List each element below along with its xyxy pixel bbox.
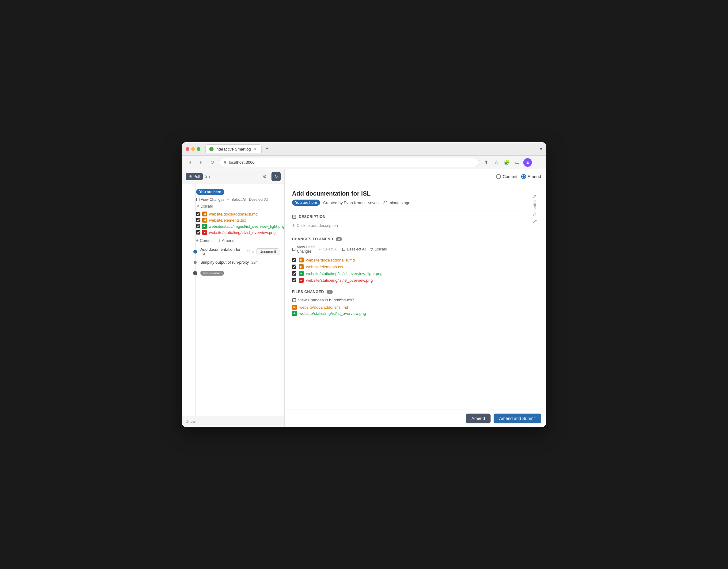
view-changes-in-commit-icon [292,298,296,302]
share-icon[interactable]: ⬆ [482,158,490,167]
commit-info-sidebar-content: Commit Info [533,195,537,225]
right-filename-2[interactable]: website/elements.tsx [306,264,343,269]
new-tab-button[interactable]: + [263,145,271,153]
files-changed-name-2[interactable]: website/static/img/isl/isl_overview.png [299,311,366,316]
menu-icon[interactable]: ⋮ [534,158,542,167]
svg-rect-4 [293,248,295,251]
select-all-right-text: Select All [323,247,338,251]
amend-and-submit-button[interactable]: Amend and Submit [494,414,541,423]
right-file-checkbox-4[interactable] [292,278,296,282]
commit-dot-gray [194,261,197,264]
commit-row-2: Simplify output of run-proxy 22m [182,258,284,266]
discard-right-icon [370,247,373,251]
add-description-text: Click to add description [297,223,338,228]
files-changed-section: FILES CHANGED 2 View Changes in b3ddd5fd… [292,290,526,317]
back-button[interactable] [186,158,194,167]
right-file-checkbox-1[interactable] [292,258,296,262]
right-filename-4[interactable]: website/static/img/isl/isl_overview.png [306,278,373,282]
edit-icon[interactable] [533,219,537,225]
discard-right-link[interactable]: Discard [370,247,387,251]
right-footer: Amend Amend and Submit [285,410,546,427]
modified-icon: M [202,218,207,222]
right-list-item-2: M website/elements.tsx [292,263,526,270]
select-all-right-icon [318,247,322,251]
amend-button[interactable]: Amend [466,414,491,423]
tab-close-button[interactable]: × [253,146,258,151]
right-list-item-3: + website/static/img/isl/isl_overview_li… [292,270,526,277]
url-bar[interactable]: localhost:3000 [219,158,479,167]
view-changes-link[interactable]: View Changes [196,197,224,202]
view-changes-in-commit-link[interactable]: View Changes in b3ddd5fd9c97 [292,298,526,302]
you-are-here-right: You are here [292,199,320,206]
view-changes-icon [196,198,200,201]
forward-button[interactable] [197,158,205,167]
filename-4[interactable]: website/static/img/isl/isl_overview.png [209,230,275,235]
commit-radio-label: Commit [502,174,517,179]
toolbar-time: 2h [205,174,210,179]
svg-point-0 [225,163,225,163]
refresh-button[interactable]: ↻ [271,172,281,181]
right-filename-3[interactable]: website/static/img/isl/isl_overview_ligh… [306,271,382,276]
amend-action[interactable]: ↓ Amend [218,238,234,243]
files-changed-item-2: + website/static/img/isl/isl_overview.pn… [292,310,526,317]
add-description-button[interactable]: + Click to add description [292,222,526,228]
file-checkbox-3[interactable] [196,224,200,228]
filename-2[interactable]: website/elements.tsx [209,218,246,222]
bookmark-icon[interactable]: ☆ [492,158,501,167]
select-all-link[interactable]: Select All [227,197,246,202]
amend-radio-option[interactable]: Amend [521,174,541,179]
right-filename-1[interactable]: website/docs/addons/isl.md [306,258,355,262]
browser-actions: ⬆ ☆ 🧩 ▭ E ⋮ [482,158,542,167]
settings-icon[interactable]: ⚙ [260,172,269,181]
list-item: M website/docs/addons/isl.md [196,211,279,217]
svg-rect-6 [293,298,296,302]
description-label: DESCRIPTION [299,214,326,219]
file-checkbox-4[interactable] [196,230,200,234]
file-checkbox-2[interactable] [196,218,200,222]
active-tab[interactable]: 🌿 Interactive Smartlog × [205,144,262,153]
commit-row-1: Add documentation for ISL 22m Uncommit [182,245,284,258]
view-head-changes-link[interactable]: View HeadChanges [292,245,315,253]
left-toolbar: Pull 2h ⚙ ↻ [182,169,284,184]
maximize-button[interactable] [197,147,200,151]
minimize-button[interactable] [191,147,195,151]
sidebar-icon[interactable]: ▭ [513,158,521,167]
list-item: + website/static/img/isl/isl_overview_li… [196,223,279,229]
file-checkbox-1[interactable] [196,212,200,216]
files-changed-added-icon: + [292,311,297,316]
url-text: localhost:3000 [229,160,255,165]
commit-action[interactable]: + Commit [196,238,214,243]
right-content: Add documentation for ISL You are here C… [285,184,546,410]
commit-time-2: 22m [251,260,258,264]
window-chevron-icon: ▾ [540,146,542,152]
filename-1[interactable]: website/docs/addons/isl.md [209,212,258,216]
commit-radio-option[interactable]: Commit [496,174,517,179]
extensions-icon[interactable]: 🧩 [502,158,511,167]
user-avatar[interactable]: E [523,158,532,167]
divider-1 [292,210,526,211]
commit-info-sidebar-label: Commit Info [533,195,537,216]
deselect-all-link[interactable]: Deselect All [249,197,268,202]
discard-link[interactable]: Discard [196,204,213,208]
window-controls: ▾ [540,146,542,152]
remote-badge: remote/main [200,271,224,275]
uncommit-button[interactable]: Uncommit [256,248,279,255]
list-item: − website/static/img/isl/isl_overview.pn… [196,229,279,235]
timeline-area: You are here View Changes Select All [182,184,284,416]
right-file-checkbox-3[interactable] [292,271,296,275]
tab-title: Interactive Smartlog [215,147,251,151]
remote-dot [193,271,197,275]
amend-radio-dot [522,175,525,178]
commit-info-main: Add documentation for ISL You are here C… [292,190,526,404]
close-button[interactable] [186,147,189,151]
right-file-checkbox-2[interactable] [292,264,296,269]
reload-button[interactable]: ↻ [208,158,216,167]
filename-3[interactable]: website/static/img/isl/isl_overview_ligh… [209,224,284,229]
files-changed-count: 2 [327,290,333,294]
right-modified-icon-2: M [299,264,304,269]
pull-button[interactable]: Pull [186,173,203,180]
file-actions-bar: View Changes Select All Deselect All [196,197,279,208]
select-all-right-link[interactable]: Select All [318,247,338,251]
files-changed-name-1[interactable]: website/docs/addons/isl.md [299,305,348,310]
deselect-all-right-link[interactable]: Deselect All [342,247,366,251]
